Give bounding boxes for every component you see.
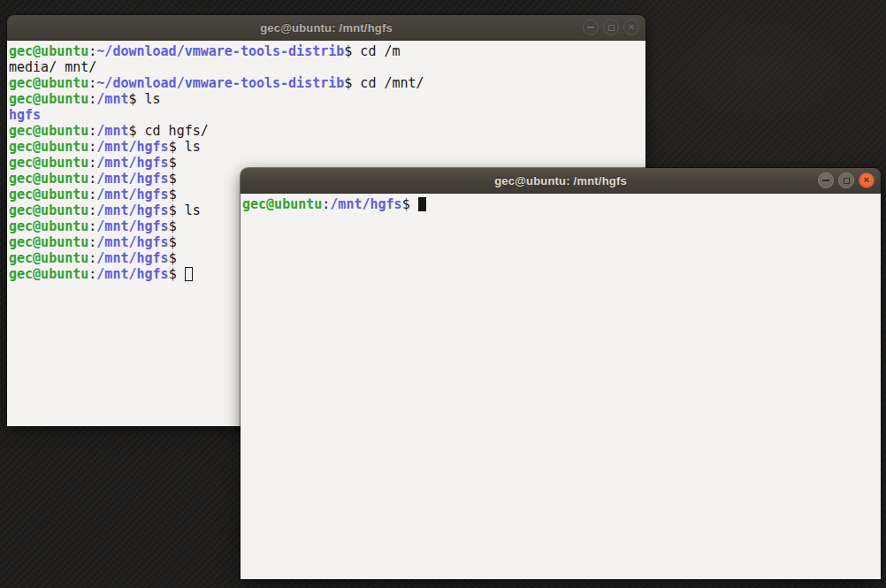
terminal-window-front: gec@ubuntu: /mnt/hgfs ✕ gec@ubuntu:/mnt/…	[241, 168, 881, 579]
terminal-screen[interactable]: gec@ubuntu:/mnt/hgfs$	[241, 194, 881, 579]
terminal-line: gec@ubuntu:/mnt/hgfs$ ls	[9, 139, 645, 155]
window-title: gec@ubuntu: /mnt/hgfs	[260, 21, 393, 34]
terminal-line: media/ mnt/	[9, 59, 645, 75]
minimize-button[interactable]	[818, 172, 834, 188]
minimize-icon	[822, 179, 829, 181]
desktop: { "colors": { "prompt_green": "#31a231",…	[0, 0, 886, 588]
titlebar[interactable]: gec@ubuntu: /mnt/hgfs ✕	[241, 168, 881, 194]
terminal-cursor	[185, 267, 193, 281]
maximize-icon	[844, 178, 850, 184]
window-controls: ✕	[583, 15, 639, 40]
window-title: gec@ubuntu: /mnt/hgfs	[494, 174, 627, 187]
terminal-line: hgfs	[9, 107, 645, 123]
window-controls: ✕	[818, 168, 875, 193]
terminal-line: gec@ubuntu:/mnt$ cd hgfs/	[9, 123, 645, 139]
minimize-icon	[587, 27, 594, 28]
close-icon: ✕	[628, 23, 635, 32]
maximize-icon	[608, 25, 615, 31]
terminal-line: gec@ubuntu:~/download/vmware-tools-distr…	[9, 75, 645, 91]
terminal-line: gec@ubuntu:~/download/vmware-tools-distr…	[9, 43, 645, 59]
minimize-button[interactable]	[583, 19, 599, 35]
close-button[interactable]: ✕	[623, 19, 639, 35]
titlebar[interactable]: gec@ubuntu: /mnt/hgfs ✕	[7, 15, 645, 41]
close-button[interactable]: ✕	[859, 172, 875, 188]
close-icon: ✕	[863, 176, 870, 185]
terminal-cursor	[418, 197, 426, 211]
maximize-button[interactable]	[603, 19, 619, 35]
terminal-line: gec@ubuntu:/mnt/hgfs$	[242, 196, 881, 212]
maximize-button[interactable]	[838, 172, 854, 188]
terminal-line: gec@ubuntu:/mnt$ ls	[9, 91, 645, 107]
